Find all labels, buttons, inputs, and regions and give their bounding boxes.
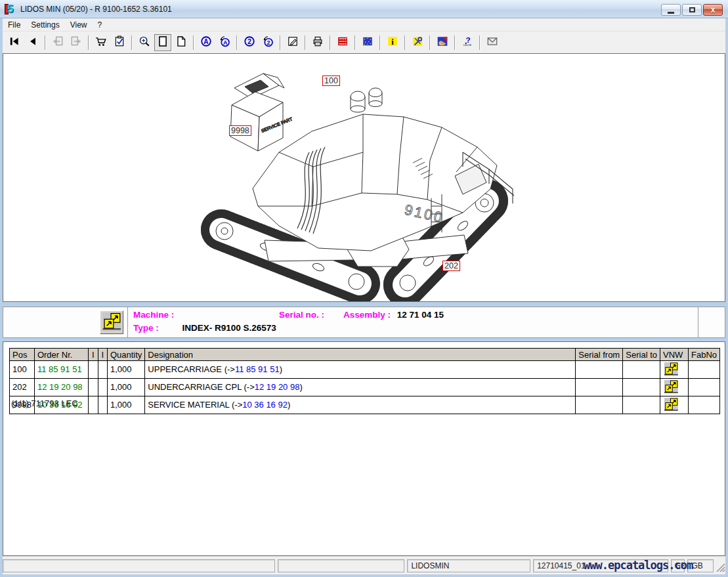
dealer-button[interactable]	[434, 34, 451, 51]
minimize-button[interactable]	[661, 4, 681, 16]
toolbar-separator	[193, 35, 194, 50]
watermark: www.epcatalogs.com	[584, 559, 693, 572]
col-vnw[interactable]: VNW	[660, 349, 689, 361]
toolbar-separator	[305, 35, 306, 50]
mail-button[interactable]	[484, 34, 501, 51]
maximize-button[interactable]	[682, 4, 702, 16]
search-number-button[interactable]: 2	[241, 34, 258, 51]
cell-vnw[interactable]	[660, 361, 689, 379]
svg-text:i: i	[391, 37, 394, 46]
table-row[interactable]: 20212 19 20 981,000UNDERCARRIAGE CPL (->…	[10, 378, 720, 396]
print-button[interactable]	[309, 34, 326, 51]
cell-i2	[98, 361, 107, 379]
menu-view[interactable]: View	[65, 18, 93, 32]
cell-serial-to	[623, 361, 660, 379]
serial-label: Serial no. :	[279, 310, 324, 320]
resize-grip[interactable]	[716, 563, 725, 572]
menu-help[interactable]: ?	[93, 18, 108, 32]
maximize-icon	[689, 7, 695, 12]
col-fabno[interactable]: FabNo	[689, 349, 720, 361]
hotspot-label-9998[interactable]: 9998	[229, 125, 251, 136]
app-icon: 5	[5, 3, 16, 15]
table-row[interactable]: 999810 36 16 921,000SERVICE MATERIAL (->…	[10, 396, 720, 414]
search-number-prev-icon: 2	[262, 35, 274, 50]
search-letter-button[interactable]: A	[198, 34, 215, 51]
info-button[interactable]: i	[384, 34, 401, 51]
page-preview-icon	[175, 35, 187, 50]
cell-order-nr[interactable]: 12 19 20 98	[34, 378, 88, 396]
search-number-prev-button[interactable]: 2	[259, 34, 276, 51]
toolbar-separator	[354, 35, 356, 50]
previous-record-icon	[27, 35, 39, 50]
menu-file[interactable]: File	[3, 18, 26, 32]
hotspot-label-202[interactable]: 202	[442, 261, 460, 271]
cell-i2	[98, 378, 107, 396]
toolbar-separator	[454, 35, 456, 50]
close-button[interactable]: x	[703, 4, 723, 16]
cart-icon	[95, 35, 107, 50]
cell-designation[interactable]: UPPERCARRIAGE (->11 85 91 51)	[145, 361, 576, 379]
cell-quantity: 1,000	[107, 396, 144, 414]
cell-quantity: 1,000	[107, 378, 144, 396]
vnw-link-icon	[101, 312, 123, 333]
hotspot-button[interactable]	[359, 34, 376, 51]
cell-designation[interactable]: UNDERCARRIAGE CPL (->12 19 20 98)	[145, 378, 576, 396]
illustration-panel[interactable]: 9100 SERVICE PART 100 9998 202	[3, 53, 725, 302]
zoom-in-button[interactable]	[136, 34, 153, 51]
col-i1[interactable]: I	[88, 349, 98, 361]
toolbar-separator	[280, 35, 281, 50]
col-i2[interactable]: I	[98, 349, 107, 361]
type-label: Type :	[133, 323, 159, 333]
col-serial-to[interactable]: Serial to	[623, 349, 660, 361]
previous-record-button[interactable]	[24, 34, 41, 51]
notes-button[interactable]	[284, 34, 301, 51]
cell-designation[interactable]: SERVICE MATERIAL (->10 36 16 92)	[145, 396, 576, 414]
toolbar-separator	[404, 35, 406, 50]
cart-button[interactable]	[93, 34, 110, 51]
col-serial-from[interactable]: Serial from	[576, 349, 623, 361]
toolbar-separator	[45, 35, 46, 50]
designation-link[interactable]: 12 19 20 98	[255, 382, 300, 392]
cell-fabno	[689, 378, 720, 396]
close-icon: x	[711, 5, 716, 14]
vnw-navigate-button[interactable]	[100, 310, 123, 334]
page-preview-button[interactable]	[173, 34, 190, 51]
col-order-nr[interactable]: Order Nr.	[34, 349, 88, 361]
designation-link[interactable]: 11 85 91 51	[235, 364, 280, 374]
toolbar-separator	[479, 35, 481, 50]
single-page-button[interactable]	[154, 34, 171, 51]
cell-serial-to	[623, 378, 660, 396]
app-window: 5 LIDOS MIN (05/20) - R 9100-1652 S.3610…	[0, 0, 728, 577]
page-forward-disabled-button	[68, 34, 85, 51]
excavator-line-drawing: 9100 SERVICE PART	[3, 54, 725, 301]
page-back-disabled-button	[49, 34, 66, 51]
toolbar: AA22iLIDOS?	[3, 32, 725, 53]
col-designation[interactable]: Designation	[145, 349, 576, 361]
parts-grid-button[interactable]	[334, 34, 351, 51]
cell-vnw[interactable]	[660, 396, 689, 414]
window-title: LIDOS MIN (05/20) - R 9100-1652 S.36101	[20, 5, 172, 14]
cell-fabno	[689, 396, 720, 414]
designation-link[interactable]: 10 36 16 92	[242, 400, 288, 410]
service-button[interactable]	[409, 34, 426, 51]
vnw-link-icon	[663, 368, 679, 377]
col-pos[interactable]: Pos	[10, 349, 35, 361]
machine-label: Machine :	[133, 310, 174, 320]
cell-fabno	[689, 361, 720, 379]
col-quantity[interactable]: Quantity	[107, 349, 144, 361]
lidos-help-button[interactable]: LIDOS?	[459, 34, 476, 51]
hotspot-label-100[interactable]: 100	[322, 75, 340, 86]
search-letter-prev-button[interactable]: A	[216, 34, 233, 51]
service-part-box: SERVICE PART	[230, 74, 293, 151]
first-record-button[interactable]	[6, 34, 23, 51]
first-record-icon	[9, 35, 20, 50]
vnw-link-icon	[663, 385, 679, 395]
title-bar[interactable]: 5 LIDOS MIN (05/20) - R 9100-1652 S.3610…	[0, 0, 728, 18]
search-letter-prev-icon: A	[219, 35, 230, 50]
cell-order-nr[interactable]: 11 85 91 51	[34, 361, 88, 379]
cell-vnw[interactable]	[660, 378, 689, 396]
table-row[interactable]: 10011 85 91 511,000UPPERCARRIAGE (->11 8…	[10, 361, 720, 379]
order-clipboard-button[interactable]	[111, 34, 128, 51]
svg-text:2: 2	[247, 37, 251, 45]
menu-settings[interactable]: Settings	[26, 18, 64, 32]
